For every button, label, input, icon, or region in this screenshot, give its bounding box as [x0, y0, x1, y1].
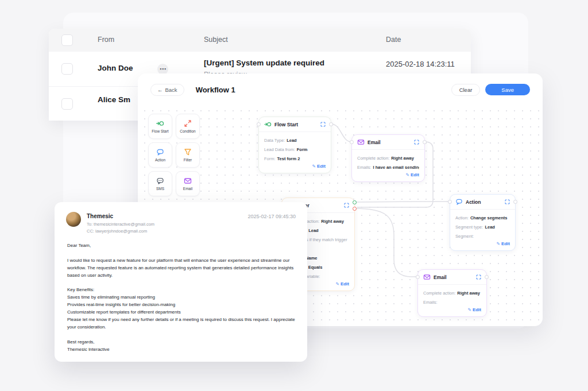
- field-label: Emails:: [357, 165, 372, 170]
- output-port[interactable]: [485, 275, 489, 279]
- email-icon: [423, 273, 431, 281]
- field-value: Right away: [457, 291, 480, 296]
- expand-icon[interactable]: [476, 274, 481, 280]
- sms-icon: [156, 177, 164, 185]
- email-subject: [Urgent] System update required: [204, 59, 324, 67]
- field-value: Change segments: [470, 215, 508, 220]
- page-title: Workflow 1: [196, 86, 235, 94]
- input-port[interactable]: [257, 122, 261, 126]
- field-value: Lead: [485, 224, 495, 230]
- expand-icon[interactable]: [505, 199, 510, 204]
- node-email-bottom[interactable]: Email Complete action:Right away Emails:…: [417, 269, 487, 317]
- recipient-cc: CC: lawyerjohndoe@gmail.com: [87, 229, 147, 234]
- field-label: Emails:: [423, 300, 438, 305]
- output-port[interactable]: [513, 200, 517, 204]
- field-value: Right away: [321, 219, 344, 224]
- expand-icon[interactable]: [320, 122, 326, 127]
- column-header-date: Date: [386, 36, 401, 44]
- select-all-checkbox[interactable]: [61, 34, 73, 46]
- palette-item-action[interactable]: Action: [148, 142, 172, 168]
- action-icon: [455, 198, 463, 206]
- field-value: I have an email sending...: [373, 165, 419, 170]
- palette-item-label: Email: [183, 187, 192, 191]
- save-button[interactable]: Save: [485, 84, 530, 95]
- pencil-icon: ✎: [406, 172, 409, 177]
- back-button-label: Back: [165, 87, 177, 93]
- sender-name: Themesic: [87, 213, 113, 219]
- output-port[interactable]: [423, 140, 427, 144]
- node-title: Email: [368, 140, 381, 145]
- condition-icon: [184, 119, 192, 127]
- palette-item-label: SMS: [156, 187, 164, 191]
- recipient-to: To: themesicinteractive@gmail.com: [87, 222, 154, 227]
- palette-item-label: Condition: [180, 129, 195, 133]
- edit-link[interactable]: ✎Edit: [455, 241, 510, 246]
- palette-item-label: Flow Start: [152, 129, 168, 133]
- expand-icon[interactable]: [414, 140, 419, 145]
- input-port[interactable]: [416, 275, 420, 279]
- node-email-top[interactable]: Email Complete action:Right away Emails:…: [351, 134, 425, 182]
- email-body: Dear Team, I would like to request a new…: [67, 242, 296, 354]
- output-port-true[interactable]: [353, 200, 357, 204]
- node-action[interactable]: Action Action:Change segments Segment ty…: [450, 194, 516, 251]
- inbox-header-row: From Subject Date: [49, 29, 471, 52]
- column-header-subject: Subject: [204, 36, 228, 44]
- node-flow-start[interactable]: Flow Start Data Type:Lead Lead Data from…: [258, 117, 331, 173]
- palette-item-condition[interactable]: Condition: [176, 114, 200, 139]
- node-palette: Flow Start Condition Action Filter SMS E…: [148, 114, 200, 196]
- back-arrow-icon: ←: [157, 87, 163, 93]
- pencil-icon: ✎: [336, 281, 339, 287]
- output-port[interactable]: [329, 122, 333, 126]
- edit-link[interactable]: ✎Edit: [357, 172, 419, 177]
- palette-item-flow-start[interactable]: Flow Start: [148, 114, 172, 139]
- field-label: Form:: [264, 156, 276, 161]
- field-label: Action:: [455, 215, 469, 220]
- email-detail-card: Themesic To: themesicinteractive@gmail.c…: [55, 202, 307, 362]
- sender-name: Alice Sm: [98, 95, 130, 104]
- row-checkbox[interactable]: [61, 63, 73, 75]
- ellipsis-icon: ⋯: [160, 65, 166, 73]
- field-label: Data Type:: [264, 138, 285, 143]
- edit-link[interactable]: ✎Edit: [423, 307, 481, 312]
- expand-icon[interactable]: [344, 203, 349, 208]
- filter-icon: [184, 148, 192, 156]
- clear-button[interactable]: Clear: [451, 84, 481, 96]
- field-value: Form: [297, 147, 308, 152]
- field-label: Complete action:: [423, 291, 455, 296]
- field-label: Complete action:: [357, 156, 389, 161]
- input-port[interactable]: [350, 140, 354, 144]
- field-label: Segment type:: [455, 224, 483, 230]
- email-icon: [184, 177, 192, 185]
- field-value: Equals: [308, 265, 323, 270]
- pencil-icon: ✎: [312, 164, 316, 169]
- back-button[interactable]: ← Back: [150, 84, 184, 96]
- pencil-icon: ✎: [468, 307, 471, 312]
- field-label: Lead Data from:: [264, 147, 295, 152]
- edit-link[interactable]: ✎Edit: [264, 164, 326, 169]
- field-value: Name: [305, 255, 317, 261]
- flow-start-icon: [156, 119, 164, 127]
- email-timestamp: 2025-02-17 09:45:30: [247, 214, 296, 219]
- action-icon: [156, 148, 164, 156]
- email-icon: [357, 138, 365, 146]
- palette-item-filter[interactable]: Filter: [176, 142, 200, 168]
- avatar: [66, 212, 81, 227]
- node-title: Action: [466, 199, 481, 205]
- column-header-from: From: [98, 36, 114, 44]
- pencil-icon: ✎: [497, 241, 500, 246]
- field-value: Right away: [391, 156, 414, 161]
- field-label: Segment:: [455, 234, 474, 239]
- flow-start-icon: [264, 121, 272, 128]
- output-port-false[interactable]: [353, 207, 357, 211]
- email-date: 2025-02-18 14:23:11: [386, 60, 455, 68]
- row-checkbox[interactable]: [61, 98, 73, 110]
- palette-item-label: Action: [155, 158, 165, 162]
- field-value: Lead: [308, 228, 319, 233]
- sender-name: John Doe: [98, 64, 133, 72]
- palette-item-label: Filter: [184, 158, 192, 162]
- node-title: Flow Start: [274, 122, 298, 127]
- input-port[interactable]: [448, 200, 452, 204]
- palette-item-sms[interactable]: SMS: [148, 171, 172, 196]
- field-value: Lead: [287, 138, 297, 143]
- palette-item-email[interactable]: Email: [176, 171, 200, 196]
